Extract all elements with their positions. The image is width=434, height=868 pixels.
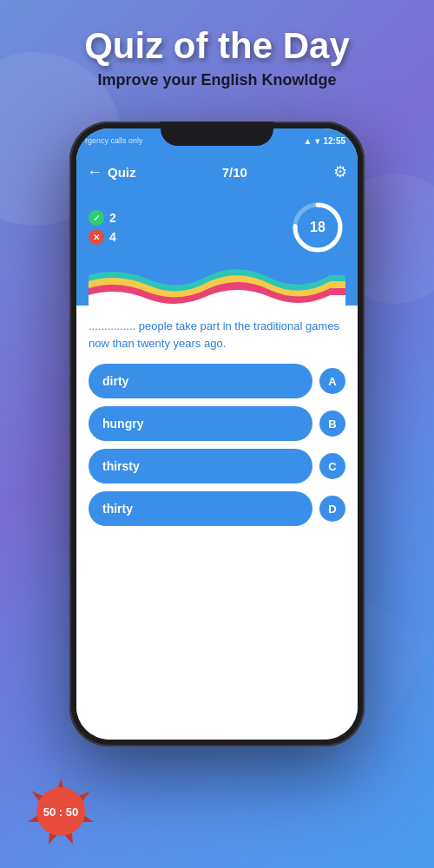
signal-icon: ▲ — [304, 136, 312, 146]
correct-score-item: ✓ 2 — [89, 210, 116, 226]
wave-svg — [89, 262, 345, 306]
phone-screen: rgency calls only ▲ ▾ 12:55 ← Quiz 7/10 … — [76, 128, 358, 740]
answer-label-c: thirsty — [102, 459, 140, 473]
fifty-fifty-label: 50 : 50 — [43, 806, 78, 819]
answer-option-c[interactable]: thirsty C — [89, 449, 345, 483]
carrier-text: rgency calls only — [85, 136, 143, 145]
phone-mockup: rgency calls only ▲ ▾ 12:55 ← Quiz 7/10 … — [69, 122, 365, 746]
sub-title: Improve your English Knowldge — [17, 71, 417, 89]
answer-pill-c[interactable]: thirsty — [89, 449, 312, 483]
answer-pill-d[interactable]: thirty — [89, 491, 312, 526]
settings-gear-icon[interactable]: ⚙ — [333, 162, 347, 181]
app-header: Quiz of the Day Improve your English Kno… — [0, 0, 434, 102]
answer-letter-d: D — [319, 496, 345, 522]
checkmark-icon: ✓ — [89, 210, 104, 226]
answer-letter-b: B — [319, 411, 345, 437]
quiz-header-bar: ← Quiz 7/10 ⚙ — [76, 153, 358, 191]
score-timer-row: ✓ 2 ✕ 4 — [89, 200, 345, 255]
answer-label-a: dirty — [102, 374, 128, 388]
timer-value: 18 — [310, 220, 326, 235]
wave-separator — [89, 262, 345, 306]
answer-label-b: hungry — [102, 417, 143, 431]
answer-pill-b[interactable]: hungry — [89, 406, 312, 441]
answer-letter-a: A — [319, 368, 345, 394]
fifty-fifty-badge[interactable]: 50 : 50 — [26, 777, 95, 846]
phone-notch — [161, 122, 273, 146]
answer-option-a[interactable]: dirty A — [89, 364, 345, 398]
progress-text: 7/10 — [222, 165, 247, 180]
back-button[interactable]: ← Quiz — [87, 163, 136, 181]
incorrect-count: 4 — [109, 230, 116, 244]
status-right: ▲ ▾ 12:55 — [304, 136, 345, 146]
phone-frame: rgency calls only ▲ ▾ 12:55 ← Quiz 7/10 … — [69, 122, 365, 746]
main-title: Quiz of the Day — [17, 26, 417, 66]
back-arrow-icon: ← — [87, 163, 102, 181]
blue-panel: ✓ 2 ✕ 4 — [76, 191, 358, 306]
wifi-icon: ▾ — [315, 136, 319, 146]
answer-pill-a[interactable]: dirty — [89, 364, 312, 398]
quiz-label: Quiz — [108, 165, 136, 180]
answer-option-d[interactable]: thirty D — [89, 491, 345, 526]
answer-label-d: thirty — [102, 502, 133, 516]
time-display: 12:55 — [323, 136, 345, 146]
answer-option-b[interactable]: hungry B — [89, 406, 345, 441]
score-items: ✓ 2 ✕ 4 — [89, 210, 116, 245]
incorrect-score-item: ✕ 4 — [89, 229, 116, 245]
correct-count: 2 — [109, 211, 116, 225]
answer-letter-c: C — [319, 453, 345, 479]
x-mark-icon: ✕ — [89, 229, 104, 245]
question-text: ............... people take part in the … — [89, 318, 345, 352]
timer-circle: 18 — [290, 200, 345, 255]
white-panel: ............... people take part in the … — [76, 306, 358, 740]
